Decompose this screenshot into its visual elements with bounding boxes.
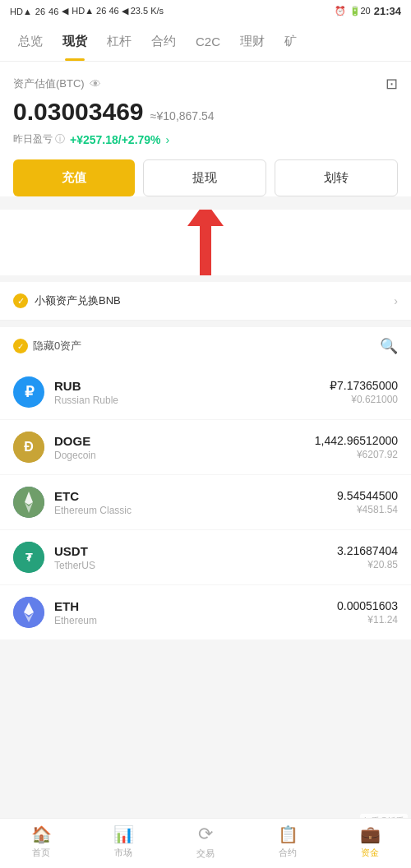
status-network: HD▲ bbox=[10, 7, 32, 16]
status-left: HD▲ 26 46 ◀ HD▲ 26 46 ◀ 23.5 K/s bbox=[10, 6, 164, 16]
btc-amount: 0.03003469 bbox=[13, 98, 144, 125]
page-bottom bbox=[0, 640, 411, 698]
svg-text:₮: ₮ bbox=[25, 552, 33, 564]
divider-2 bbox=[0, 321, 411, 327]
scan-icon[interactable]: ⊡ bbox=[386, 75, 398, 93]
pnl-label: 昨日盈亏 ⓘ bbox=[13, 132, 65, 146]
doge-name: Dogecoin bbox=[54, 450, 315, 461]
tab-finance[interactable]: 理财 bbox=[230, 22, 275, 61]
usdt-name: TetherUS bbox=[54, 560, 337, 571]
arrow-shaft bbox=[200, 226, 211, 275]
tab-overview[interactable]: 总览 bbox=[8, 22, 53, 61]
divider bbox=[0, 275, 411, 282]
hide-check-icon: ✓ bbox=[13, 339, 28, 353]
deposit-button[interactable]: 充值 bbox=[13, 159, 135, 196]
bnb-chevron-icon: › bbox=[394, 294, 398, 307]
status-speed: HD▲ 26 46 ◀ 23.5 K/s bbox=[72, 6, 164, 16]
nav-trade[interactable]: ⟳ 交易 bbox=[164, 824, 247, 860]
nav-market[interactable]: 📊 市场 bbox=[82, 824, 164, 859]
eth-icon bbox=[13, 597, 44, 628]
nav-market-label: 市场 bbox=[114, 847, 132, 859]
usdt-info: USDT TetherUS bbox=[54, 544, 337, 571]
battery-icon: 🔋20 bbox=[349, 6, 371, 16]
eth-cny: ¥11.24 bbox=[337, 614, 398, 626]
pnl-value: +¥257.18/+2.79% bbox=[70, 133, 161, 146]
arrow-head bbox=[187, 210, 224, 226]
nav-home[interactable]: 🏠 首页 bbox=[0, 824, 82, 859]
etc-info: ETC Ethereum Classic bbox=[54, 489, 337, 516]
doge-symbol: DOGE bbox=[54, 434, 315, 448]
asset-title-left: 资产估值(BTC) 👁 bbox=[13, 76, 101, 91]
doge-svg: Ð bbox=[13, 432, 44, 463]
asset-item-doge[interactable]: Ð DOGE Dogecoin 1,442.96512000 ¥6207.92 bbox=[0, 420, 411, 475]
asset-title-row: 资产估值(BTC) 👁 ⊡ bbox=[13, 75, 398, 93]
nav-tabs: 总览 现货 杠杆 合约 C2C 理财 矿 bbox=[0, 22, 411, 62]
hide-assets-row[interactable]: ✓ 隐藏0资产 bbox=[13, 339, 81, 353]
rub-info: RUB Russian Ruble bbox=[54, 379, 330, 406]
status-right: ⏰ 🔋20 21:34 bbox=[335, 5, 402, 17]
status-bar: HD▲ 26 46 ◀ HD▲ 26 46 ◀ 23.5 K/s ⏰ 🔋20 2… bbox=[0, 0, 411, 22]
asset-list-header: ✓ 隐藏0资产 🔍 bbox=[0, 327, 411, 365]
usdt-amount: 3.21687404 bbox=[337, 544, 398, 557]
etc-symbol: ETC bbox=[54, 489, 337, 503]
tab-contract[interactable]: 合约 bbox=[141, 22, 186, 61]
tab-mining[interactable]: 矿 bbox=[275, 22, 307, 61]
asset-item-eth[interactable]: ETH Ethereum 0.00051603 ¥11.24 bbox=[0, 585, 411, 640]
btc-value: 0.03003469 ≈¥10,867.54 bbox=[13, 98, 398, 126]
pnl-row: 昨日盈亏 ⓘ +¥257.18/+2.79% › bbox=[13, 132, 398, 146]
market-icon: 📊 bbox=[113, 824, 134, 844]
contract-icon: 📋 bbox=[278, 824, 298, 844]
eth-name: Ethereum bbox=[54, 615, 337, 626]
home-icon: 🏠 bbox=[31, 824, 52, 844]
bnb-banner[interactable]: ✓ 小额资产兑换BNB › bbox=[0, 282, 411, 321]
status-wifi: ◀ bbox=[62, 6, 68, 16]
etc-icon bbox=[13, 487, 44, 518]
nav-contract-label: 合约 bbox=[279, 847, 297, 859]
usdt-svg: ₮ bbox=[13, 542, 44, 573]
asset-item-usdt[interactable]: ₮ USDT TetherUS 3.21687404 ¥20.85 bbox=[0, 530, 411, 585]
rub-amount: ₽7.17365000 bbox=[330, 379, 398, 392]
rub-cny: ¥0.621000 bbox=[330, 394, 398, 405]
bnb-banner-left: ✓ 小额资产兑换BNB bbox=[13, 293, 121, 308]
eth-symbol: ETH bbox=[54, 599, 337, 613]
etc-svg bbox=[13, 487, 44, 518]
asset-item-etc[interactable]: ETC Ethereum Classic 9.54544500 ¥4581.54 bbox=[0, 475, 411, 530]
search-assets-button[interactable]: 🔍 bbox=[380, 337, 398, 355]
info-icon: ⓘ bbox=[55, 132, 65, 146]
asset-item-rub[interactable]: ₽ RUB Russian Ruble ₽7.17365000 ¥0.62100… bbox=[0, 365, 411, 420]
eth-amounts: 0.00051603 ¥11.24 bbox=[337, 599, 398, 626]
doge-icon: Ð bbox=[13, 432, 44, 463]
nav-funds[interactable]: 💼 资金 bbox=[329, 824, 411, 859]
etc-amounts: 9.54544500 ¥4581.54 bbox=[337, 489, 398, 515]
eth-svg bbox=[13, 597, 44, 628]
doge-cny: ¥6207.92 bbox=[315, 449, 398, 460]
eye-icon[interactable]: 👁 bbox=[90, 77, 101, 90]
etc-amount: 9.54544500 bbox=[337, 489, 398, 502]
red-arrow bbox=[187, 210, 224, 275]
transfer-button[interactable]: 划转 bbox=[275, 159, 398, 196]
hide-assets-label: 隐藏0资产 bbox=[33, 339, 81, 353]
asset-list: ₽ RUB Russian Ruble ₽7.17365000 ¥0.62100… bbox=[0, 365, 411, 640]
doge-amounts: 1,442.96512000 ¥6207.92 bbox=[315, 434, 398, 460]
rub-symbol: RUB bbox=[54, 379, 330, 393]
eth-amount: 0.00051603 bbox=[337, 599, 398, 612]
withdraw-button[interactable]: 提现 bbox=[143, 159, 266, 196]
tab-spot[interactable]: 现货 bbox=[53, 22, 97, 61]
doge-info: DOGE Dogecoin bbox=[54, 434, 315, 461]
usdt-amounts: 3.21687404 ¥20.85 bbox=[337, 544, 398, 570]
status-signal: 26 bbox=[35, 7, 45, 16]
nav-home-label: 首页 bbox=[32, 847, 50, 859]
svg-text:Ð: Ð bbox=[24, 440, 34, 454]
bnb-check-icon: ✓ bbox=[13, 293, 28, 308]
doge-amount: 1,442.96512000 bbox=[315, 434, 398, 447]
tab-leverage[interactable]: 杠杆 bbox=[97, 22, 141, 61]
eth-info: ETH Ethereum bbox=[54, 599, 337, 626]
etc-cny: ¥4581.54 bbox=[337, 504, 398, 515]
bottom-nav: 🏠 首页 📊 市场 ⟳ 交易 📋 合约 💼 资金 bbox=[0, 818, 411, 868]
asset-title-text: 资产估值(BTC) bbox=[13, 76, 85, 91]
tab-c2c[interactable]: C2C bbox=[186, 23, 230, 60]
etc-name: Ethereum Classic bbox=[54, 505, 337, 516]
arrow-annotation bbox=[0, 210, 411, 275]
status-4g: 46 bbox=[48, 7, 58, 16]
nav-contract[interactable]: 📋 合约 bbox=[247, 824, 329, 859]
